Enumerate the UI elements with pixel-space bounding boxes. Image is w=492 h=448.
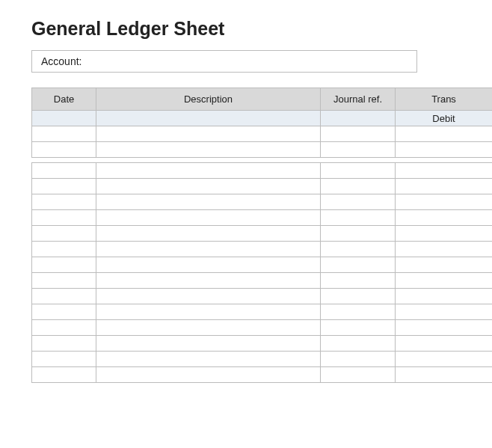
cell-journal-ref[interactable] [321,320,396,336]
table-row [32,320,493,336]
table-row [32,304,493,320]
cell-journal-ref[interactable] [321,226,396,242]
cell-description[interactable] [96,336,321,352]
cell-description[interactable] [96,273,321,289]
table-row [32,242,493,257]
cell-journal-ref[interactable] [321,257,396,273]
subheader-debit: Debit [396,111,493,126]
cell-journal-ref[interactable] [321,142,396,158]
cell-date[interactable] [32,142,96,158]
table-row [32,179,493,194]
table-row [32,126,493,142]
cell-journal-ref[interactable] [321,242,396,257]
cell-description[interactable] [96,367,321,383]
cell-date[interactable] [32,367,96,383]
table-row [32,210,493,226]
cell-debit[interactable] [396,352,493,367]
cell-journal-ref[interactable] [321,304,396,320]
cell-description[interactable] [96,320,321,336]
cell-date[interactable] [32,304,96,320]
ledger-table: Date Description Journal ref. Trans Debi… [31,88,492,383]
cell-description[interactable] [96,352,321,367]
cell-debit[interactable] [396,210,493,226]
table-row [32,352,493,367]
col-header-description: Description [96,88,321,111]
table-row [32,367,493,383]
cell-date[interactable] [32,320,96,336]
table-row [32,226,493,242]
col-header-transaction: Trans [396,88,493,111]
cell-date[interactable] [32,210,96,226]
table-row [32,142,493,158]
cell-journal-ref[interactable] [321,194,396,210]
cell-debit[interactable] [396,289,493,304]
gap-cell [32,158,493,163]
cell-journal-ref[interactable] [321,210,396,226]
cell-date[interactable] [32,226,96,242]
cell-journal-ref[interactable] [321,289,396,304]
cell-debit[interactable] [396,304,493,320]
table-gap-row [32,158,493,163]
cell-date[interactable] [32,163,96,179]
cell-description[interactable] [96,304,321,320]
cell-date[interactable] [32,273,96,289]
account-field-container: Account: [31,50,417,73]
cell-date[interactable] [32,336,96,352]
table-header-row: Date Description Journal ref. Trans [32,88,493,111]
cell-debit[interactable] [396,163,493,179]
cell-date[interactable] [32,352,96,367]
ledger-body: Debit [32,111,493,383]
cell-debit[interactable] [396,367,493,383]
account-label: Account: [32,55,90,67]
table-subheader-row: Debit [32,111,493,126]
cell-debit[interactable] [396,242,493,257]
cell-description[interactable] [96,257,321,273]
cell-journal-ref[interactable] [321,163,396,179]
cell-description[interactable] [96,163,321,179]
cell-date[interactable] [32,179,96,194]
page-title: General Ledger Sheet [31,18,492,40]
cell-date[interactable] [32,242,96,257]
table-row [32,194,493,210]
table-row [32,273,493,289]
cell-description[interactable] [96,289,321,304]
cell-description[interactable] [96,226,321,242]
cell-debit[interactable] [396,273,493,289]
cell-debit[interactable] [396,320,493,336]
cell-journal-ref[interactable] [321,367,396,383]
cell-date[interactable] [32,194,96,210]
cell-description[interactable] [96,242,321,257]
table-row [32,163,493,179]
cell-debit[interactable] [396,179,493,194]
cell-debit[interactable] [396,257,493,273]
ledger-sheet: General Ledger Sheet Account: Date Descr… [0,0,492,383]
subheader-date [32,111,96,126]
cell-description[interactable] [96,179,321,194]
cell-journal-ref[interactable] [321,352,396,367]
cell-description[interactable] [96,210,321,226]
cell-description[interactable] [96,194,321,210]
cell-debit[interactable] [396,336,493,352]
cell-journal-ref[interactable] [321,336,396,352]
table-row [32,289,493,304]
col-header-journal-ref: Journal ref. [321,88,396,111]
cell-debit[interactable] [396,126,493,142]
table-row [32,336,493,352]
cell-debit[interactable] [396,142,493,158]
col-header-date: Date [32,88,96,111]
cell-description[interactable] [96,126,321,142]
cell-journal-ref[interactable] [321,126,396,142]
cell-journal-ref[interactable] [321,179,396,194]
cell-date[interactable] [32,257,96,273]
cell-date[interactable] [32,289,96,304]
table-row [32,257,493,273]
cell-description[interactable] [96,142,321,158]
subheader-journal-ref [321,111,396,126]
subheader-description [96,111,321,126]
cell-debit[interactable] [396,194,493,210]
cell-debit[interactable] [396,226,493,242]
cell-journal-ref[interactable] [321,273,396,289]
cell-date[interactable] [32,126,96,142]
